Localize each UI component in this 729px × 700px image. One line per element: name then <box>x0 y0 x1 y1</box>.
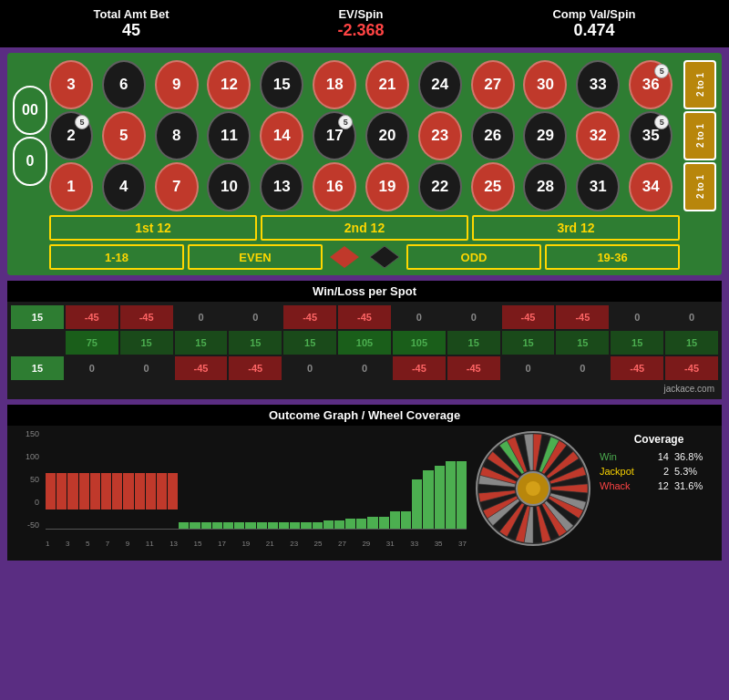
x-label-17: 17 <box>218 540 226 548</box>
number-cell-20[interactable]: 20 <box>365 111 409 160</box>
bar-wrapper-5 <box>101 429 111 530</box>
wl-cell-r0-c12: 0 <box>665 305 718 329</box>
y-label-50: 50 <box>30 475 39 484</box>
number-cell-29[interactable]: 29 <box>523 111 567 160</box>
number-cell-27[interactable]: 27 <box>471 60 515 109</box>
number-cell-10[interactable]: 10 <box>207 162 251 211</box>
total-amt-bet-label: Total Amt Bet <box>93 7 169 21</box>
number-cell-31[interactable]: 31 <box>576 162 620 211</box>
x-label-19: 19 <box>241 540 250 548</box>
x-label-7: 7 <box>106 540 109 548</box>
bar-wrapper-25 <box>323 429 334 530</box>
number-cell-8[interactable]: 8 <box>155 111 199 160</box>
number-cell-2[interactable]: 25 <box>49 111 93 160</box>
number-cell-22[interactable]: 22 <box>418 162 462 211</box>
number-cell-36[interactable]: 365 <box>629 60 673 109</box>
number-cell-7[interactable]: 7 <box>155 162 199 211</box>
number-cell-35[interactable]: 355 <box>629 111 673 160</box>
number-cell-17[interactable]: 175 <box>313 111 356 160</box>
number-cell-4[interactable]: 4 <box>102 162 146 211</box>
dozen-2nd[interactable]: 2nd 12 <box>261 215 468 241</box>
number-cell-9[interactable]: 9 <box>155 60 199 109</box>
bar-wrapper-1 <box>56 429 67 530</box>
number-cell-12[interactable]: 12 <box>207 60 251 109</box>
comp-val-col: Comp Val/Spin 0.474 <box>552 7 635 40</box>
coverage-title: Coverage <box>600 433 718 446</box>
side-2to1-top[interactable]: 2 to 1 <box>683 60 716 109</box>
number-cell-24[interactable]: 24 <box>418 60 462 109</box>
cov-whack-count: 12 <box>651 480 669 491</box>
number-cell-14[interactable]: 14 <box>260 111 303 160</box>
bar-wrapper-3 <box>79 429 89 530</box>
x-label-29: 29 <box>362 540 370 548</box>
x-label-15: 15 <box>194 540 202 548</box>
bar-wrapper-9 <box>146 429 156 530</box>
wl-cell-r0-c11: 0 <box>611 305 663 329</box>
number-cell-26[interactable]: 26 <box>471 111 515 160</box>
wl-cell-r0-c3: 0 <box>175 305 228 329</box>
dozen-3rd[interactable]: 3rd 12 <box>472 215 680 241</box>
number-cell-34[interactable]: 34 <box>629 162 673 211</box>
number-cell-16[interactable]: 16 <box>313 162 356 211</box>
bottom-row: 1-18 EVEN ODD 19-36 <box>13 244 716 270</box>
bet-1-18[interactable]: 1-18 <box>49 244 184 270</box>
bar-wrapper-20 <box>268 429 278 530</box>
outcome-body: 150 100 50 0 -50 13579111315171921232527… <box>7 426 722 561</box>
number-cell-13[interactable]: 13 <box>260 162 303 211</box>
total-amt-bet-value: 45 <box>93 21 169 40</box>
bar-wrapper-37 <box>457 429 467 530</box>
chip-badge-35: 5 <box>654 115 669 129</box>
ev-spin-value: -2.368 <box>337 21 384 40</box>
x-label-11: 11 <box>146 540 154 548</box>
wl-row-1: 15-45-4500-45-4500-45-4500 <box>11 305 718 329</box>
wl-cell-r2-c11: -45 <box>611 356 663 380</box>
wl-row-2: 75151515151051051515151515 <box>11 331 718 355</box>
x-label-23: 23 <box>290 540 298 548</box>
bet-19-36[interactable]: 19-36 <box>545 244 680 270</box>
dozen-1st[interactable]: 1st 12 <box>49 215 257 241</box>
bar-11 <box>168 473 178 510</box>
cov-whack-pct: 31.6% <box>674 480 711 491</box>
number-cell-21[interactable]: 21 <box>365 60 409 109</box>
zero-cell[interactable]: 0 <box>13 137 47 186</box>
number-cell-18[interactable]: 18 <box>313 60 356 109</box>
bet-even[interactable]: EVEN <box>188 244 323 270</box>
number-cell-23[interactable]: 23 <box>418 111 462 160</box>
numbers-grid: 3691215182124273033365255811141752023262… <box>49 60 680 211</box>
bar-29 <box>367 517 377 530</box>
wl-cell-r0-c9: -45 <box>502 305 555 329</box>
number-cell-1[interactable]: 1 <box>49 162 93 211</box>
wl-cell-r1-c7: 105 <box>393 331 446 355</box>
bar-wrapper-33 <box>412 429 422 530</box>
side-2to1-bot[interactable]: 2 to 1 <box>683 162 716 211</box>
number-cell-30[interactable]: 30 <box>523 60 567 109</box>
number-cell-5[interactable]: 5 <box>102 111 146 160</box>
cov-jackpot-label: Jackpot <box>600 466 645 477</box>
black-diamond[interactable] <box>366 244 403 270</box>
bars-area <box>46 429 467 530</box>
wl-cell-r2-c0: 15 <box>11 356 64 380</box>
bar-36 <box>446 461 456 530</box>
red-diamond[interactable] <box>326 244 363 270</box>
number-cell-32[interactable]: 32 <box>576 111 620 160</box>
bar-0 <box>46 473 56 510</box>
number-cell-25[interactable]: 25 <box>471 162 515 211</box>
number-cell-15[interactable]: 15 <box>260 60 303 109</box>
wl-cell-r0-c6: -45 <box>338 305 391 329</box>
number-cell-28[interactable]: 28 <box>523 162 567 211</box>
number-cell-33[interactable]: 33 <box>576 60 620 109</box>
x-label-13: 13 <box>169 540 178 548</box>
side-2to1-mid[interactable]: 2 to 1 <box>683 111 716 160</box>
number-cell-11[interactable]: 11 <box>207 111 251 160</box>
bar-wrapper-13 <box>190 429 200 530</box>
number-cell-6[interactable]: 6 <box>102 60 146 109</box>
double-zero-cell[interactable]: 00 <box>13 86 47 135</box>
bar-wrapper-27 <box>345 429 355 530</box>
bar-wrapper-10 <box>157 429 167 530</box>
wl-cell-r0-c10: -45 <box>556 305 609 329</box>
number-cell-19[interactable]: 19 <box>365 162 409 211</box>
bar-wrapper-36 <box>446 429 456 530</box>
bet-odd[interactable]: ODD <box>406 244 541 270</box>
x-label-31: 31 <box>386 540 395 548</box>
number-cell-3[interactable]: 3 <box>49 60 93 109</box>
